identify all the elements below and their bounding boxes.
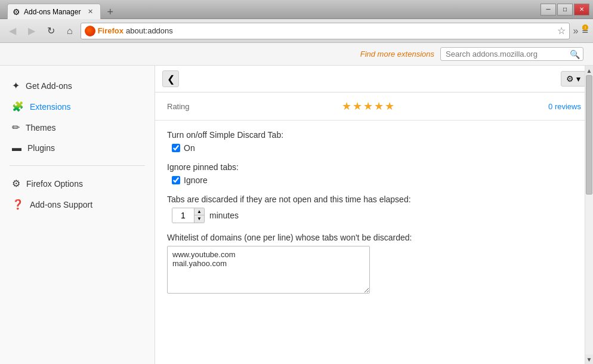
- main-layout: ✦ Get Add-ons 🧩 Extensions ✏ Themes ▬ Pl…: [0, 66, 593, 364]
- themes-icon: ✏: [12, 122, 20, 133]
- content-toolbar: ❮ ⚙ ▾: [155, 66, 593, 92]
- reviews-link[interactable]: 0 reviews: [548, 102, 581, 111]
- window-controls: ─ □ ✕: [541, 4, 589, 16]
- minutes-spinner: ▲ ▼: [172, 208, 205, 223]
- tab-icon: ⚙: [13, 7, 20, 17]
- find-bar: Find more extensions 🔍: [0, 43, 593, 66]
- scroll-down-button[interactable]: ▼: [585, 354, 593, 364]
- toggle-setting-group: Turn on/off Simple Discard Tab: On: [167, 130, 581, 153]
- tab-container: ⚙ Add-ons Manager ✕ +: [7, 0, 117, 18]
- ignore-pinned-checkbox-row: Ignore: [172, 175, 581, 185]
- content-back-button[interactable]: ❮: [162, 70, 179, 87]
- firefox-logo-icon: [85, 26, 95, 36]
- title-bar: ⚙ Add-ons Manager ✕ + ─ □ ✕: [0, 0, 593, 19]
- settings-content: Turn on/off Simple Discard Tab: On Ignor…: [155, 121, 593, 314]
- discard-time-setting-group: Tabs are discarded if they are not open …: [167, 195, 581, 223]
- sidebar-item-plugins[interactable]: ▬ Plugins: [0, 138, 155, 158]
- rating-label: Rating: [167, 102, 190, 111]
- spinner-down-button[interactable]: ▼: [194, 215, 204, 223]
- toggle-label: Turn on/off Simple Discard Tab:: [167, 130, 581, 140]
- window-close-button[interactable]: ✕: [574, 4, 589, 16]
- forward-button[interactable]: ▶: [24, 23, 39, 39]
- minutes-input[interactable]: [172, 208, 194, 223]
- sidebar-item-firefox-options[interactable]: ⚙ Firefox Options: [0, 173, 155, 194]
- firefox-options-icon: ⚙: [12, 178, 20, 189]
- discard-time-label: Tabs are discarded if they are not open …: [167, 195, 581, 204]
- minimize-button[interactable]: ─: [541, 4, 556, 16]
- rating-section: Rating ★★★★★ 0 reviews: [155, 92, 593, 121]
- firefox-label: Firefox: [98, 26, 123, 35]
- sidebar-item-label: Firefox Options: [26, 179, 83, 189]
- sidebar-item-label: Extensions: [30, 102, 70, 112]
- more-tools-button[interactable]: »: [573, 26, 579, 36]
- tab-close-button[interactable]: ✕: [88, 8, 93, 16]
- spinner-up-button[interactable]: ▲: [194, 208, 204, 215]
- ignore-pinned-setting-group: Ignore pinned tabs: Ignore: [167, 162, 581, 185]
- notification-badge: !: [582, 24, 588, 30]
- ignore-pinned-checkbox[interactable]: [172, 176, 180, 184]
- dropdown-arrow-icon: ▾: [576, 74, 580, 84]
- sidebar: ✦ Get Add-ons 🧩 Extensions ✏ Themes ▬ Pl…: [0, 66, 155, 364]
- toggle-checkbox-label: On: [184, 143, 195, 153]
- address-text: about:addons: [126, 26, 555, 35]
- sidebar-item-label: Get Add-ons: [26, 81, 72, 91]
- sidebar-divider: [10, 165, 145, 166]
- find-extensions-label: Find more extensions: [360, 50, 434, 58]
- tab-label: Add-ons Manager: [24, 8, 81, 16]
- toggle-checkbox-row: On: [172, 143, 581, 153]
- sidebar-item-label: Themes: [26, 123, 56, 132]
- scroll-thumb[interactable]: [586, 75, 592, 195]
- extensions-icon: 🧩: [12, 101, 24, 112]
- ignore-pinned-label: Ignore pinned tabs:: [167, 162, 581, 172]
- search-input-wrapper: 🔍: [440, 47, 583, 61]
- reload-button[interactable]: ↻: [43, 23, 59, 39]
- sidebar-item-extensions[interactable]: 🧩 Extensions: [0, 96, 155, 117]
- minutes-row: ▲ ▼ minutes: [172, 208, 581, 223]
- scrollbar[interactable]: ▲ ▼: [585, 66, 593, 364]
- address-bar[interactable]: Firefox about:addons ☆: [81, 23, 570, 39]
- gear-dropdown-button[interactable]: ⚙ ▾: [561, 71, 586, 87]
- active-tab[interactable]: ⚙ Add-ons Manager ✕: [7, 4, 101, 19]
- back-button[interactable]: ◀: [5, 23, 20, 39]
- star-rating: ★★★★★: [342, 100, 396, 113]
- scroll-track: [585, 75, 593, 354]
- plugins-icon: ▬: [12, 143, 21, 153]
- addons-support-icon: ❓: [12, 199, 24, 210]
- spinner-controls: ▲ ▼: [194, 208, 204, 223]
- nav-bar: ◀ ▶ ↻ ⌂ Firefox about:addons ☆ » ≡ !: [0, 19, 593, 43]
- sidebar-item-label: Add-ons Support: [30, 200, 92, 209]
- new-tab-button[interactable]: +: [103, 6, 117, 18]
- gear-icon: ⚙: [566, 74, 574, 84]
- toggle-checkbox[interactable]: [172, 144, 180, 152]
- ignore-pinned-checkbox-label: Ignore: [184, 175, 208, 185]
- search-icon: 🔍: [570, 50, 580, 59]
- get-addons-icon: ✦: [12, 80, 20, 91]
- content-area: ❮ ⚙ ▾ Rating ★★★★★ 0 reviews Turn on/off…: [155, 66, 593, 364]
- sidebar-item-addons-support[interactable]: ❓ Add-ons Support: [0, 194, 155, 215]
- whitelist-setting-group: Whitelist of domains (one per line) whos…: [167, 233, 581, 295]
- sidebar-item-themes[interactable]: ✏ Themes: [0, 117, 155, 138]
- maximize-button[interactable]: □: [557, 4, 573, 16]
- bookmark-star-button[interactable]: ☆: [557, 25, 566, 36]
- sidebar-item-get-addons[interactable]: ✦ Get Add-ons: [0, 75, 155, 96]
- sidebar-item-label: Plugins: [27, 143, 55, 153]
- whitelist-label: Whitelist of domains (one per line) whos…: [167, 233, 581, 242]
- whitelist-textarea[interactable]: www.youtube.com mail.yahoo.com: [167, 246, 370, 294]
- minutes-label: minutes: [209, 211, 239, 220]
- scroll-up-button[interactable]: ▲: [585, 66, 593, 75]
- menu-button[interactable]: ≡ !: [582, 24, 588, 37]
- home-button[interactable]: ⌂: [63, 23, 77, 39]
- search-input[interactable]: [440, 47, 583, 61]
